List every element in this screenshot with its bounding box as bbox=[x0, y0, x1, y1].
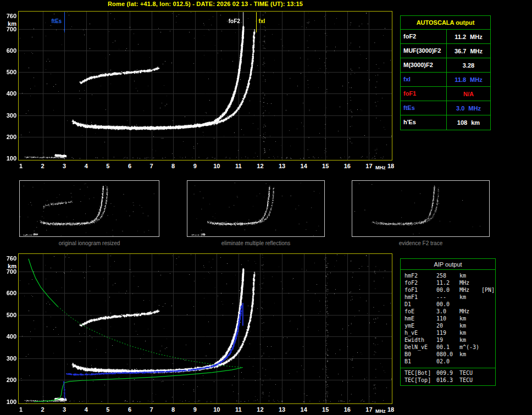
thumbnail-original-ionogram bbox=[19, 180, 159, 237]
aip-row-hmf1: hmF1---km bbox=[404, 294, 495, 301]
aip-row-fof2: foF211.2MHz bbox=[404, 279, 495, 286]
autoscala-param-value: N/A bbox=[447, 87, 490, 101]
thumbnail-f2-trace-evidence bbox=[352, 180, 490, 237]
aip-param-name: foE bbox=[404, 308, 436, 315]
aip-param-unit: MHz bbox=[459, 279, 481, 286]
aip-param-name: Ewidth bbox=[404, 336, 436, 344]
y-tick-top-400: 400 bbox=[1, 90, 16, 97]
aip-tec-row-tecbot: TEC[Bot]009.9TECU bbox=[404, 369, 495, 377]
y-tick-bottom-400: 400 bbox=[1, 333, 16, 340]
y-tick-top-200: 200 bbox=[1, 134, 16, 140]
aip-param-unit: MHz bbox=[459, 286, 481, 294]
autoscala-param-label: M(3000)F2 bbox=[401, 58, 447, 72]
aip-param-unit: km bbox=[459, 315, 481, 322]
x-tick-bottom-2: 2 bbox=[36, 406, 49, 413]
aip-param-unit bbox=[459, 301, 481, 308]
aip-param-extra bbox=[481, 377, 495, 384]
aip-row-b0: B0080.0km bbox=[404, 351, 495, 358]
aip-param-value: 080.0 bbox=[436, 351, 459, 358]
autoscala-param-label: foF2 bbox=[401, 30, 447, 43]
aip-param-name: foF1 bbox=[404, 286, 436, 294]
x-tick-top-4: 4 bbox=[80, 163, 93, 169]
aip-separator-line bbox=[401, 368, 495, 368]
aip-param-unit: MHz bbox=[459, 308, 481, 315]
aip-param-unit: km bbox=[459, 272, 481, 279]
x-tick-top-16: 16 bbox=[341, 163, 354, 169]
x-tick-top-1: 1 bbox=[14, 163, 27, 169]
x-tick-bottom-4: 4 bbox=[80, 406, 93, 413]
aip-param-value: 19 bbox=[436, 336, 459, 344]
thumbnail-multiple-reflections-removed bbox=[187, 180, 325, 237]
autoscala-param-label: ftEs bbox=[401, 101, 447, 115]
x-tick-bottom-8: 8 bbox=[167, 406, 180, 413]
aip-param-extra bbox=[481, 344, 495, 351]
x-tick-bottom-3: 3 bbox=[58, 406, 71, 413]
aip-param-extra bbox=[481, 294, 495, 301]
aip-param-name: TEC[Bot] bbox=[404, 369, 436, 377]
x-tick-top-9: 9 bbox=[189, 163, 202, 169]
y-tick-bottom-300: 300 bbox=[1, 355, 16, 362]
x-tick-bottom-15: 15 bbox=[319, 406, 332, 413]
aip-tec-row-tectop: TEC[Top]016.3TECU bbox=[404, 377, 495, 384]
autoscala-row-hes: h'Es108km bbox=[401, 115, 490, 130]
aip-row-fof1: foF100.0MHz[PN] bbox=[404, 286, 495, 294]
autoscala-param-label: foF1 bbox=[401, 87, 447, 101]
ftes-annotation-label: ftEs bbox=[42, 18, 62, 24]
y-tick-top-100: 100 bbox=[1, 155, 16, 162]
y-tick-top-500: 500 bbox=[1, 69, 16, 75]
aip-param-name: hmF2 bbox=[404, 272, 436, 279]
aip-param-extra bbox=[481, 358, 495, 365]
x-tick-bottom-12: 12 bbox=[253, 406, 267, 413]
thumbnail-canvas-original bbox=[20, 181, 159, 236]
aip-row-delnve: DelN_vE00.1m^(-3) bbox=[404, 344, 495, 351]
x-tick-top-13: 13 bbox=[275, 163, 289, 169]
aip-row-hve: h_vE119km bbox=[404, 329, 495, 336]
aip-param-value: 258 bbox=[436, 272, 459, 279]
aip-param-value: 00.0 bbox=[436, 301, 459, 308]
aip-param-name: DelN_vE bbox=[404, 344, 436, 351]
aip-param-unit: km bbox=[459, 336, 481, 344]
aip-row-foe: foE3.0MHz bbox=[404, 308, 495, 315]
x-tick-top-3: 3 bbox=[58, 163, 71, 169]
aip-param-value: 3.0 bbox=[436, 308, 459, 315]
aip-row-d1: D100.0 bbox=[404, 301, 495, 308]
aip-row-hme: hmE110km bbox=[404, 315, 495, 322]
aip-param-unit: m^(-3) bbox=[459, 344, 481, 351]
aip-param-value: 11.2 bbox=[436, 279, 459, 286]
autoscala-param-label: MUF(3000)F2 bbox=[401, 44, 447, 58]
x-tick-top-17: 17 bbox=[362, 163, 375, 169]
aip-row-b1: B102.0 bbox=[404, 358, 495, 365]
autoscala-param-value: 108km bbox=[447, 115, 490, 130]
aip-param-value: 110 bbox=[436, 315, 459, 322]
aip-param-name: h_vE bbox=[404, 329, 436, 336]
x-tick-top-2: 2 bbox=[36, 163, 49, 169]
aip-param-extra bbox=[481, 315, 495, 322]
aip-param-value: 009.9 bbox=[436, 369, 459, 377]
y-tick-bottom-760: 760 bbox=[1, 255, 16, 262]
thumbnail-canvas-f2-trace bbox=[352, 181, 489, 236]
thumbnail-canvas-reflections bbox=[187, 181, 324, 236]
aip-param-value: --- bbox=[436, 294, 459, 301]
y-tick-top-300: 300 bbox=[1, 112, 16, 119]
aip-param-unit bbox=[459, 358, 481, 365]
caption-eliminate-reflections: eliminate multiple reflections bbox=[187, 240, 325, 246]
aip-param-extra bbox=[481, 322, 495, 329]
aip-param-unit: km bbox=[459, 294, 481, 301]
x-tick-top-14: 14 bbox=[297, 163, 311, 169]
aip-param-extra bbox=[481, 351, 495, 358]
y-tick-top-600: 600 bbox=[1, 47, 16, 54]
x-tick-top-8: 8 bbox=[167, 163, 180, 169]
autoscala-row-muf3000f2: MUF(3000)F236.7MHz bbox=[401, 44, 490, 58]
aip-param-extra: [PN] bbox=[481, 286, 495, 294]
aip-param-value: 00.1 bbox=[436, 344, 459, 351]
aip-param-extra bbox=[481, 369, 495, 377]
x-tick-bottom-7: 7 bbox=[145, 406, 158, 413]
aip-param-value: 00.0 bbox=[436, 286, 459, 294]
x-tick-bottom-14: 14 bbox=[297, 406, 311, 413]
aip-param-extra bbox=[481, 329, 495, 336]
aip-panel-header: AIP output bbox=[401, 259, 495, 270]
y-tick-bottom-700: 700 bbox=[1, 268, 16, 275]
x-tick-bottom-17: 17 bbox=[362, 406, 375, 413]
caption-evidence-f2-trace: evidence F2 trace bbox=[352, 240, 490, 246]
caption-original-ionogram: original ionogram resized bbox=[19, 240, 159, 246]
